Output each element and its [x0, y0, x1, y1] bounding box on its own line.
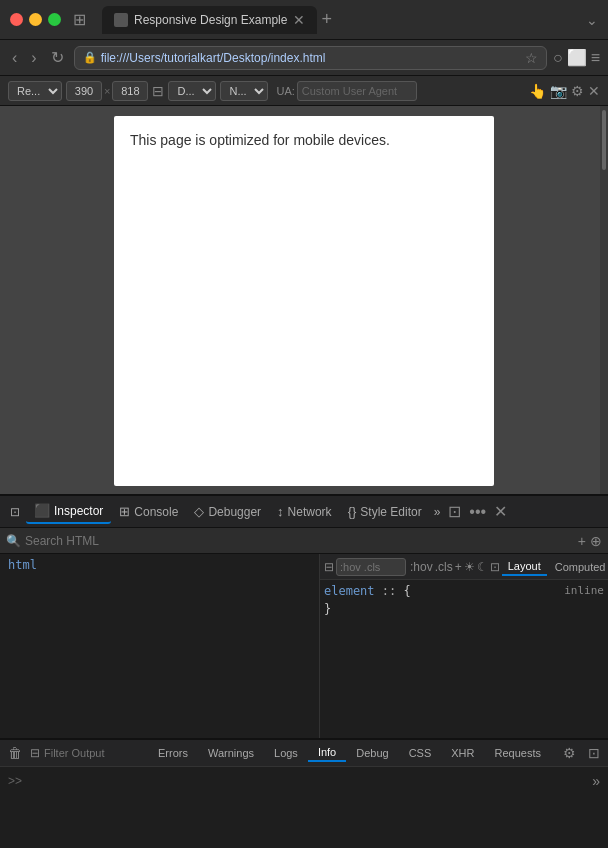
style-editor-icon: {}: [348, 504, 357, 519]
screenshot-styles-button[interactable]: ⊡: [490, 560, 500, 574]
bottom-right-actions: ⚙ ⊡: [559, 743, 604, 763]
tab-close-button[interactable]: ✕: [293, 12, 305, 28]
add-rule-button[interactable]: +: [455, 560, 462, 574]
tab-computed[interactable]: Computed: [549, 559, 608, 575]
inspector-label: Inspector: [54, 504, 103, 518]
element-selector: element: [324, 584, 375, 598]
ua-input[interactable]: [297, 81, 417, 101]
tab-inspector[interactable]: ⬛ Inspector: [26, 499, 111, 524]
height-input[interactable]: [112, 81, 148, 101]
responsive-bar: Re... × ⊟ D... N... UA: 👆 📷 ⚙ ✕: [0, 76, 608, 106]
rotate-button[interactable]: ⊟: [152, 83, 164, 99]
url-text: file:///Users/tutorialkart/Desktop/index…: [101, 51, 521, 65]
new-tab-button[interactable]: +: [321, 9, 332, 30]
overflow-icon: »: [434, 505, 441, 519]
rule-inline-label: inline: [564, 584, 604, 597]
active-tab[interactable]: Responsive Design Example ✕: [102, 6, 317, 34]
network-icon: ↕: [277, 504, 284, 519]
devtools-window-button[interactable]: ⊡: [444, 498, 465, 525]
tab-warnings[interactable]: Warnings: [198, 744, 264, 762]
console-input[interactable]: [28, 774, 592, 788]
tab-overflow-button[interactable]: ⌄: [586, 12, 598, 28]
network-throttle-select[interactable]: N...: [220, 81, 268, 101]
html-search-bar: 🔍 + ⊕: [0, 528, 608, 554]
tab-css[interactable]: CSS: [399, 744, 442, 762]
pick-element-icon: ⊡: [10, 505, 20, 519]
bottom-bar: 🗑 ⊟ Errors Warnings Logs Info Debug CSS …: [0, 738, 608, 766]
scrollbar-thumb[interactable]: [602, 110, 606, 170]
back-button[interactable]: ‹: [8, 47, 21, 69]
bottom-tabs: Errors Warnings Logs Info Debug CSS XHR …: [148, 744, 551, 762]
styles-filter: ⊟: [324, 558, 406, 576]
tab-style-editor[interactable]: {} Style Editor: [340, 500, 430, 523]
close-traffic-light[interactable]: [10, 13, 23, 26]
console-overflow-button[interactable]: »: [592, 773, 600, 789]
network-label: Network: [288, 505, 332, 519]
console-prompt: >>: [8, 774, 22, 788]
screenshot-button[interactable]: 📷: [550, 83, 567, 99]
filter-output-area: ⊟: [30, 746, 144, 760]
responsive-settings-button[interactable]: ⚙: [571, 83, 584, 99]
profile-button[interactable]: ○: [553, 49, 563, 67]
add-html-button[interactable]: +: [578, 533, 586, 549]
pseudo-state-button[interactable]: :hov: [410, 560, 433, 574]
preview-scrollbar[interactable]: [600, 106, 608, 494]
devtools-close-button[interactable]: ✕: [490, 498, 511, 525]
dark-theme-button[interactable]: ☾: [477, 560, 488, 574]
tab-xhr[interactable]: XHR: [441, 744, 484, 762]
inspector-content: 🔍 + ⊕ html ⊟ :: [0, 528, 608, 738]
rule-open-brace: {: [404, 584, 411, 598]
styles-toolbar: ⊟ :hov .cls + ☀ ☾ ⊡ Layout Computed Chan…: [320, 554, 608, 580]
titlebar: ⊞ Responsive Design Example ✕ + ⌄: [0, 0, 608, 40]
devtools-overflow-button[interactable]: »: [430, 501, 445, 523]
device-type-select[interactable]: D...: [168, 81, 216, 101]
trash-button[interactable]: 🗑: [4, 743, 26, 763]
tab-favicon: [114, 13, 128, 27]
console-area: >> »: [0, 766, 608, 794]
console-settings-button[interactable]: ⚙: [559, 743, 580, 763]
inspector-icon: ⬛: [34, 503, 50, 518]
bookmark-icon[interactable]: ☆: [525, 50, 538, 66]
split-console-button[interactable]: ⊡: [584, 743, 604, 763]
html-search-input[interactable]: [25, 534, 574, 548]
debugger-icon: ◇: [194, 504, 204, 519]
page-content-text: This page is optimized for mobile device…: [130, 132, 478, 148]
tab-debugger[interactable]: ◇ Debugger: [186, 500, 269, 523]
styles-toolbar-buttons: :hov .cls + ☀ ☾ ⊡: [410, 560, 500, 574]
html-root-tag: html: [8, 558, 37, 572]
devtools-more-button[interactable]: •••: [465, 499, 490, 525]
extensions-button[interactable]: ⬜: [567, 48, 587, 67]
touch-simulation-button[interactable]: 👆: [529, 83, 546, 99]
nav-bar: ‹ › ↻ 🔒 file:///Users/tutorialkart/Deskt…: [0, 40, 608, 76]
styles-content: element :: { inline } ▶ Flexbox: [320, 580, 608, 738]
class-button[interactable]: .cls: [435, 560, 453, 574]
menu-button[interactable]: ≡: [591, 49, 600, 67]
tab-debug[interactable]: Debug: [346, 744, 398, 762]
pick-element-html-button[interactable]: ⊕: [590, 533, 602, 549]
user-agent-control: UA:: [276, 81, 416, 101]
tab-console[interactable]: ⊞ Console: [111, 500, 186, 523]
devtools-pick-button[interactable]: ⊡: [4, 501, 26, 523]
reload-button[interactable]: ↻: [47, 46, 68, 69]
tab-errors[interactable]: Errors: [148, 744, 198, 762]
close-responsive-button[interactable]: ✕: [588, 83, 600, 99]
width-input[interactable]: [66, 81, 102, 101]
styles-filter-input[interactable]: [336, 558, 406, 576]
tab-layout[interactable]: Layout: [502, 558, 547, 576]
filter-output-input[interactable]: [44, 747, 144, 759]
tab-network[interactable]: ↕ Network: [269, 500, 340, 523]
forward-button[interactable]: ›: [27, 47, 40, 69]
light-theme-button[interactable]: ☀: [464, 560, 475, 574]
html-search-actions: + ⊕: [578, 533, 602, 549]
debugger-label: Debugger: [208, 505, 261, 519]
tab-requests[interactable]: Requests: [485, 744, 551, 762]
address-bar[interactable]: 🔒 file:///Users/tutorialkart/Desktop/ind…: [74, 46, 547, 70]
maximize-traffic-light[interactable]: [48, 13, 61, 26]
element-double-colon: ::: [382, 584, 404, 598]
minimize-traffic-light[interactable]: [29, 13, 42, 26]
tab-logs[interactable]: Logs: [264, 744, 308, 762]
traffic-lights: [10, 13, 61, 26]
preset-select[interactable]: Re...: [8, 81, 62, 101]
tab-info[interactable]: Info: [308, 744, 346, 762]
lock-icon: 🔒: [83, 51, 97, 64]
